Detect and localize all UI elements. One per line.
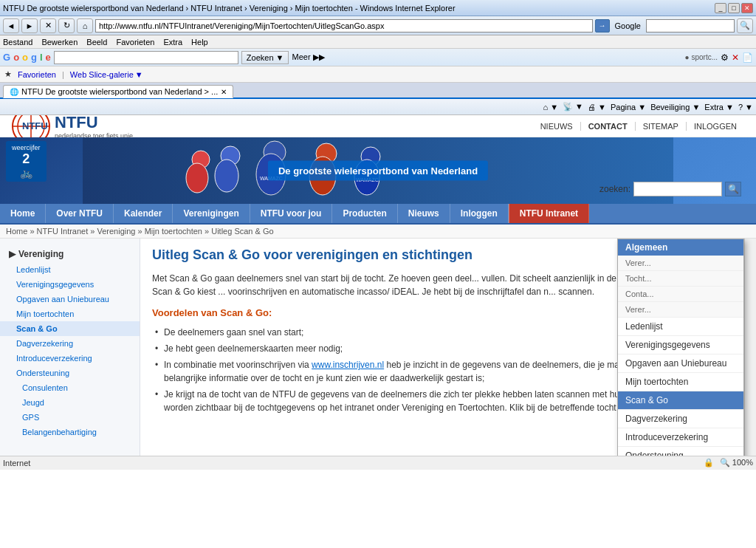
nav-inloggen[interactable]: Inloggen: [450, 204, 509, 223]
dropdown-bg-row-1: Tocht...: [618, 271, 743, 287]
topnav-sitemap[interactable]: SITEMAP: [636, 122, 687, 131]
dropdown-bg-row-3: Verer...: [618, 302, 743, 318]
dropdown-header: Algemeen: [618, 239, 743, 256]
google-search-button[interactable]: 🔍: [737, 18, 753, 33]
weather-bike-icon: 🚲: [20, 167, 32, 179]
sidebar-triangle-icon: ▶: [9, 249, 16, 259]
google-settings-icon[interactable]: ⚙: [721, 52, 729, 63]
close-button[interactable]: ✕: [741, 3, 753, 13]
address-bar[interactable]: [95, 19, 593, 32]
menu-bewerken[interactable]: Bewerken: [41, 38, 78, 47]
topnav-inloggen[interactable]: INLOGGEN: [687, 122, 744, 131]
svg-point-9: [215, 160, 238, 192]
nav-kalender[interactable]: Kalender: [114, 204, 173, 223]
scrollbar[interactable]: [744, 239, 756, 456]
status-bar: Internet 🔒 🔍 100%: [0, 456, 756, 470]
tab-bar: 🌐 NTFU De grootste wielersportbond van N…: [0, 83, 756, 99]
browser-titlebar: NTFU De grootste wielersportbond van Ned…: [0, 0, 756, 16]
sidebar-item-opgaven[interactable]: Opgaven aan Uniebureau: [0, 292, 140, 306]
nav-nieuws[interactable]: Nieuws: [398, 204, 450, 223]
google-search-input[interactable]: [646, 19, 735, 32]
sidebar-item-belangenbehartiging[interactable]: Belangenbehartiging: [6, 425, 140, 439]
google-meer-button[interactable]: Meer ▶▶: [292, 52, 324, 62]
dropdown-scan-go[interactable]: Scan & Go: [618, 391, 743, 410]
sidebar-item-consulenten[interactable]: Consulenten: [6, 380, 140, 395]
dropdown-mijn-toertochten[interactable]: Mijn toertochten: [618, 373, 743, 391]
sidebar-item-mijn-toertochten[interactable]: Mijn toertochten: [0, 306, 140, 321]
site-search-input[interactable]: [633, 182, 722, 196]
nav-ntfu-intranet[interactable]: NTFU Intranet: [509, 204, 589, 223]
dropdown-introduceverzekering[interactable]: Introduceverzekering: [618, 428, 743, 447]
breadcrumb-bar: Home » NTFU Intranet » Vereniging » Mijn…: [0, 225, 756, 239]
browser-toolbar: ◄ ► ✕ ↻ ⌂ → Google 🔍: [0, 16, 756, 35]
ie-help-icon[interactable]: ? ▼: [738, 103, 753, 112]
google-close-icon[interactable]: ✕: [732, 52, 739, 63]
favorites-button[interactable]: Favorieten: [18, 70, 56, 79]
ie-extra-btn[interactable]: Extra ▼: [704, 103, 734, 112]
ie-security-btn[interactable]: Beveiliging ▼: [650, 103, 700, 112]
ie-print-icon[interactable]: 🖨 ▼: [588, 103, 606, 112]
dropdown-ledenlijst[interactable]: Ledenlijst: [618, 318, 743, 336]
menu-favorieten[interactable]: Favorieten: [116, 38, 154, 47]
nav-ntfu-voor-jou[interactable]: NTFU voor jou: [250, 204, 333, 223]
content-area: ▶ Vereniging Ledenlijst Verenigingsgegev…: [0, 239, 756, 456]
ntfu-logo-name: NTFU: [55, 115, 133, 132]
dropdown-ondersteuning[interactable]: Ondersteuning: [618, 447, 743, 456]
ie-home-icon[interactable]: ⌂ ▼: [543, 103, 558, 112]
nav-verenigingen[interactable]: Verenigingen: [173, 204, 250, 223]
tab-close-icon[interactable]: ✕: [221, 88, 227, 96]
topnav-contact[interactable]: CONTACT: [581, 122, 636, 131]
inschrijven-link[interactable]: www.inschrijven.nl: [312, 360, 384, 370]
intranet-dropdown: Algemeen Verer... Tocht... Conta... Vere…: [617, 239, 744, 456]
status-text: Internet: [3, 459, 30, 467]
back-button[interactable]: ◄: [3, 18, 19, 33]
google-toolbar-search-button[interactable]: Zoeken ▼: [241, 51, 289, 64]
sidebar-item-ondersteuning[interactable]: Ondersteuning: [0, 366, 140, 380]
ie-rss-icon[interactable]: 📡 ▼: [563, 102, 583, 112]
menu-beeld[interactable]: Beeld: [86, 38, 107, 47]
tab-ntfu[interactable]: 🌐 NTFU De grootste wielersportbond van N…: [3, 85, 233, 98]
dropdown-dagverzekering[interactable]: Dagverzekering: [618, 410, 743, 428]
sidebar-item-verenigingsgegevens[interactable]: Verenigingsgegevens: [0, 277, 140, 292]
search-area: zoeken: 🔍: [599, 182, 741, 196]
dropdown-verenigingsgegevens[interactable]: Verenigingsgegevens: [618, 336, 743, 355]
nav-home[interactable]: Home: [0, 204, 46, 223]
sidebar-item-ledenlijst[interactable]: Ledenlijst: [0, 262, 140, 277]
menu-help[interactable]: Help: [191, 38, 208, 47]
topnav-nieuws[interactable]: NIEUWS: [533, 122, 581, 131]
nav-producten[interactable]: Producten: [332, 204, 397, 223]
dropdown-bg-row-2: Conta...: [618, 287, 743, 302]
sidebar-subsection: Consulenten Jeugd GPS Belangenbehartigin…: [0, 380, 140, 439]
ntfu-topbar: NTFU NTFU nederlandse toer fiets unie NI…: [0, 115, 756, 137]
svg-point-7: [186, 163, 208, 193]
weather-widget: weercijfer 2 🚲: [6, 141, 47, 182]
menu-extra[interactable]: Extra: [163, 38, 182, 47]
google-label: Google: [612, 21, 644, 30]
breadcrumb-text: Home » NTFU Intranet » Vereniging » Mijn…: [6, 227, 274, 236]
sidebar: ▶ Vereniging Ledenlijst Verenigingsgegev…: [0, 239, 140, 456]
google-pdf-icon[interactable]: 📄: [742, 52, 753, 63]
site-search-button[interactable]: 🔍: [725, 182, 741, 196]
ie-page-btn[interactable]: Pagina ▼: [611, 103, 646, 112]
web-slice-item[interactable]: Web Slice-galerie ▼: [70, 70, 143, 79]
ntfu-mainnav: Home Over NTFU Kalender Verenigingen NTF…: [0, 204, 756, 225]
google-toolbar-search-input[interactable]: [54, 51, 238, 64]
go-button[interactable]: →: [595, 19, 610, 32]
window-title: NTFU De grootste wielersportbond van Ned…: [3, 4, 712, 13]
forward-button[interactable]: ►: [21, 18, 38, 33]
sidebar-item-dagverzekering[interactable]: Dagverzekering: [0, 336, 140, 351]
menu-bestand[interactable]: Bestand: [3, 38, 32, 47]
home-button[interactable]: ⌂: [77, 18, 93, 33]
minimize-button[interactable]: _: [715, 3, 726, 13]
sidebar-item-introduceverzekering[interactable]: Introduceverzekering: [0, 351, 140, 366]
dropdown-opgaven[interactable]: Opgaven aan Uniebureau: [618, 355, 743, 373]
google-user: ● sportc...: [685, 53, 718, 61]
sidebar-item-jeugd[interactable]: Jeugd: [6, 395, 140, 410]
maximize-button[interactable]: □: [728, 3, 740, 13]
sidebar-item-scan-go[interactable]: Scan & Go: [0, 321, 140, 336]
refresh-button[interactable]: ↻: [58, 18, 75, 33]
nav-over-ntfu[interactable]: Over NTFU: [46, 204, 114, 223]
stop-button[interactable]: ✕: [40, 18, 56, 33]
browser-menubar: Bestand Bewerken Beeld Favorieten Extra …: [0, 35, 756, 49]
sidebar-item-gps[interactable]: GPS: [6, 410, 140, 425]
